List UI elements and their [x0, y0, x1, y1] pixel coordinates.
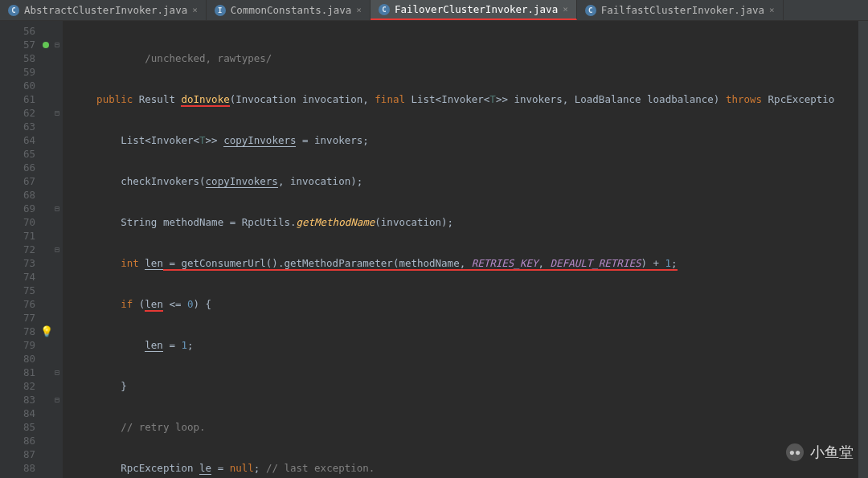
line-number-gutter: 5657585960616263646566676869707172737475… — [0, 21, 40, 478]
tab-label: FailoverClusterInvoker.java — [395, 3, 558, 15]
fold-column: ⊟⊟⊟⊟⊟⊟ — [51, 21, 63, 478]
code-viewport[interactable]: /unchecked, rawtypes/ public Result doIn… — [63, 21, 868, 478]
code-line: int len = getConsumerUrl().getMethodPara… — [72, 256, 868, 270]
code-line: len = 1; — [72, 338, 868, 352]
code-line: /unchecked, rawtypes/ — [72, 51, 868, 65]
code-line: checkInvokers(copyInvokers, invocation); — [72, 174, 868, 188]
wechat-icon: ●● — [786, 443, 804, 461]
tab-label: AbstractClusterInvoker.java — [24, 4, 187, 16]
java-file-icon: C — [585, 5, 596, 16]
watermark: ●● 小鱼堂 — [786, 443, 854, 462]
code-line: List<Invoker<T>> copyInvokers = invokers… — [72, 133, 868, 147]
gutter-markers: 💡 — [40, 21, 51, 478]
code-line: RpcException le = null; // last exceptio… — [72, 461, 868, 475]
editor-area: 5657585960616263646566676869707172737475… — [0, 21, 868, 478]
editor-tabs: C AbstractClusterInvoker.java × I Common… — [0, 0, 868, 21]
tab-commonconstants[interactable]: I CommonConstants.java × — [207, 0, 371, 20]
java-file-icon: C — [8, 5, 19, 16]
watermark-text: 小鱼堂 — [810, 443, 854, 462]
code-line: } — [72, 379, 868, 393]
code-line: String methodName = RpcUtils.getMethodNa… — [72, 215, 868, 229]
scrollbar-track[interactable] — [858, 21, 868, 478]
tab-abstractclusterinvoker[interactable]: C AbstractClusterInvoker.java × — [0, 0, 207, 20]
tab-failfastclusterinvoker[interactable]: C FailfastClusterInvoker.java × — [577, 0, 784, 20]
java-file-icon: I — [215, 5, 226, 16]
close-icon[interactable]: × — [563, 4, 568, 14]
code-line: public Result doInvoke(Invocation invoca… — [72, 92, 868, 106]
close-icon[interactable]: × — [769, 5, 775, 15]
java-file-icon: C — [379, 4, 390, 15]
tab-failoverclusterinvoker[interactable]: C FailoverClusterInvoker.java × — [371, 0, 577, 20]
code-line: // retry loop. — [72, 420, 868, 434]
close-icon[interactable]: × — [356, 5, 362, 15]
close-icon[interactable]: × — [192, 5, 198, 15]
run-gutter-icon[interactable] — [43, 42, 49, 48]
tab-label: CommonConstants.java — [231, 4, 352, 16]
code-line: if (len <= 0) { — [72, 297, 868, 311]
tab-label: FailfastClusterInvoker.java — [601, 4, 764, 16]
